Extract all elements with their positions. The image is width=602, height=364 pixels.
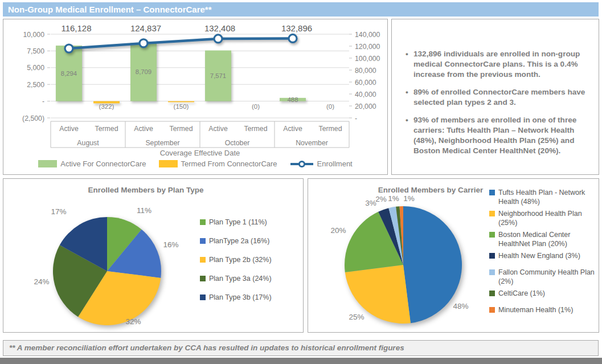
legend-item: Health New England (3%) <box>489 251 599 260</box>
chart-text: (322) <box>99 103 114 110</box>
chart-text: Termed <box>318 125 342 133</box>
chart-text: 140,000 <box>355 31 380 39</box>
chart-text: November <box>296 139 328 147</box>
stat-bullet-carriers: 93% of members are enrolled in one of th… <box>404 115 589 156</box>
legend-label: Tufts Health Plan - Network Health (48%) <box>498 188 599 206</box>
chart-text: 16% <box>163 240 178 249</box>
key-stats-list: 132,896 individuals are enrolled in non-… <box>392 19 599 156</box>
chart-text: 100,000 <box>355 55 380 63</box>
legend-swatch <box>489 291 495 296</box>
legend-item: Minuteman Health (1%) <box>489 305 599 314</box>
legend-item: Active For ConnectorCare <box>38 159 146 168</box>
bottom-bar <box>0 358 602 364</box>
legend-label: Plan Type 3a (24%) <box>209 274 272 283</box>
chart-text: 48% <box>453 302 468 310</box>
chart-text: 80,000 <box>355 67 376 75</box>
bar-termed-september <box>168 101 194 103</box>
legend-item: Neighborhood Health Plan (25%) <box>489 209 599 227</box>
legend-swatch <box>489 232 495 238</box>
enrollment-line <box>69 38 293 48</box>
legend-label: Health New England (3%) <box>498 251 580 260</box>
chart-text: August <box>77 139 99 147</box>
legend-swatch <box>489 190 495 195</box>
legend-line-marker-icon <box>290 160 314 168</box>
legend-item: Boston Medical Center HealthNet Plan (20… <box>489 230 599 248</box>
bars-group <box>56 43 306 103</box>
chart-text: 8,294 <box>61 70 77 77</box>
chart-text: 3% <box>365 199 376 207</box>
chart-text: 7,571 <box>210 72 226 79</box>
legend-label: Active For ConnectorCare <box>60 159 146 168</box>
legend-swatch <box>200 257 206 263</box>
chart-text: Termed <box>95 125 118 133</box>
enrollment-marker <box>65 44 73 52</box>
chart-text: 24% <box>34 277 49 286</box>
chart-text: 8,709 <box>136 68 151 75</box>
stat-bullet-plan-types: 89% of enrolled ConnectorCare members ha… <box>404 87 589 108</box>
chart-text: October <box>225 139 250 147</box>
enrollment-chart-legend: Active For ConnectorCareTermed From Conn… <box>3 159 387 168</box>
page-title: Non-Group Medical Enrollment – Connector… <box>3 2 599 17</box>
chart-text: Active <box>59 125 79 133</box>
legend-label: Minuteman Health (1%) <box>498 305 573 314</box>
chart-text: Active <box>283 125 302 133</box>
carrier-pie-legend: Tufts Health Plan - Network Health (48%)… <box>489 188 599 317</box>
legend-swatch <box>200 276 206 281</box>
legend-label: Fallon Community Health Plan (2%) <box>498 268 599 286</box>
enrollment-marker <box>289 34 297 42</box>
footnote: ** A member reconciliation effort undert… <box>3 340 599 356</box>
pie-slices <box>53 217 161 325</box>
chart-text: 60,000 <box>355 79 376 87</box>
chart-text: 488 <box>288 96 298 103</box>
legend-item: Plan Type 3b (17%) <box>200 293 294 302</box>
legend-swatch <box>489 307 495 313</box>
chart-text: 124,837 <box>130 23 161 33</box>
legend-item: Plan Type 1 (11%) <box>200 218 294 227</box>
chart-text: (0) <box>326 103 334 110</box>
legend-swatch <box>489 269 495 275</box>
legend-label: Boston Medical Center HealthNet Plan (20… <box>498 230 599 248</box>
legend-label: Plan Type 2b (32%) <box>209 255 272 264</box>
carrier-pie-panel: Enrolled Members by Carrier 48%25%20%3%2… <box>308 178 599 333</box>
chart-text: 32% <box>125 317 141 326</box>
chart-text: 1% <box>388 194 399 203</box>
chart-text: 5,000 <box>27 64 44 72</box>
legend-item: Termed From ConnectorCare <box>159 159 277 168</box>
legend-label: Plan Type 3b (17%) <box>209 293 272 302</box>
legend-item: Fallon Community Health Plan (2%) <box>489 268 599 286</box>
chart-text: Coverage Effective Date <box>160 149 240 157</box>
legend-label: Termed From ConnectorCare <box>181 159 277 168</box>
legend-swatch <box>200 238 206 244</box>
legend-item: Enrollment <box>290 159 353 168</box>
chart-text: 17% <box>51 207 66 216</box>
legend-label: Enrollment <box>317 159 353 168</box>
chart-text: Active <box>134 125 153 133</box>
chart-text: 20,000 <box>355 103 376 111</box>
legend-swatch <box>489 253 495 259</box>
chart-text: 25% <box>349 313 364 321</box>
key-stats-panel: 132,896 individuals are enrolled in non-… <box>391 19 599 175</box>
legend-swatch <box>200 295 206 300</box>
chart-text: September <box>145 139 179 147</box>
chart-text: 2,500 <box>27 81 44 89</box>
enrollment-trend-panel: 10,0007,5005,0002,500-(2,500)140,000120,… <box>3 19 388 175</box>
chart-text: 132,896 <box>281 23 312 33</box>
chart-text: (0) <box>252 103 260 110</box>
enrollment-marker <box>214 35 222 43</box>
legend-label: CeltiCare (1%) <box>498 289 545 298</box>
legend-label: PlanType 2a (16%) <box>209 236 269 246</box>
enrollment-marker <box>140 39 148 47</box>
chart-text: 10,000 <box>23 31 44 39</box>
chart-text: 20% <box>330 226 346 235</box>
chart-text: 120,000 <box>355 43 380 51</box>
chart-text: Termed <box>169 125 193 133</box>
chart-text: - <box>42 97 44 105</box>
chart-text: 132,408 <box>204 23 235 33</box>
legend-label: Plan Type 1 (11%) <box>209 218 267 227</box>
chart-text: (150) <box>174 103 189 110</box>
stat-bullet-enrollment-total: 132,896 individuals are enrolled in non-… <box>404 49 589 80</box>
legend-item: PlanType 2a (16%) <box>200 236 294 246</box>
pie-slices <box>345 206 462 324</box>
chart-text: 116,128 <box>61 23 91 33</box>
chart-text: Termed <box>244 125 267 133</box>
